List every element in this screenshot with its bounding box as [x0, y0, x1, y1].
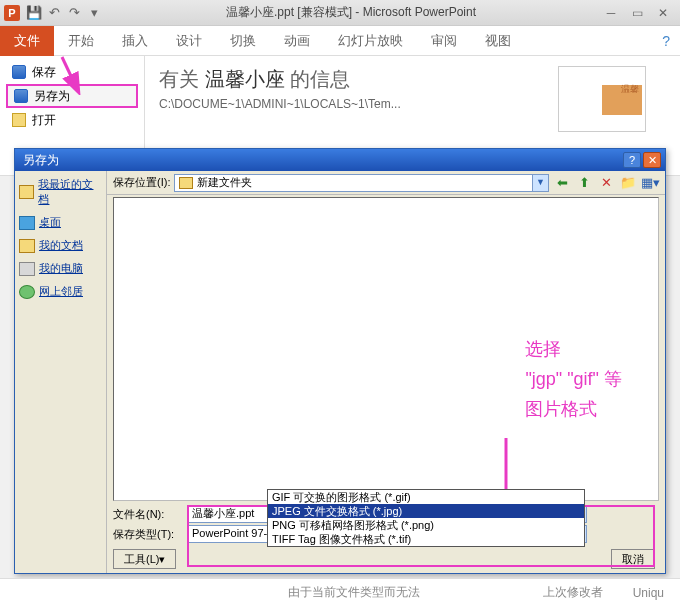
- info-path: C:\DOCUME~1\ADMINI~1\LOCALS~1\Tem...: [159, 97, 401, 111]
- info-heading: 有关 温馨小座 的信息: [159, 66, 401, 93]
- tab-transitions[interactable]: 切换: [216, 26, 270, 56]
- place-network[interactable]: 网上邻居: [15, 280, 106, 303]
- up-icon[interactable]: ⬆: [575, 174, 593, 192]
- backstage-open-label: 打开: [32, 112, 56, 129]
- tools-button[interactable]: 工具(L) ▾: [113, 549, 176, 569]
- desktop-icon: [19, 216, 35, 230]
- window-title: 温馨小座.ppt [兼容模式] - Microsoft PowerPoint: [104, 4, 598, 21]
- places-bar: 我最近的文档 桌面 我的文档 我的电脑 网上邻居: [15, 171, 107, 573]
- newfolder-icon[interactable]: 📁: [619, 174, 637, 192]
- file-list-area[interactable]: 选择 "jgp" "gif" 等 图片格式: [113, 197, 659, 501]
- footer-compat-text: 由于当前文件类型而无法: [16, 584, 543, 601]
- tab-view[interactable]: 视图: [471, 26, 525, 56]
- back-icon[interactable]: ⬅: [553, 174, 571, 192]
- filename-label: 文件名(N):: [113, 507, 181, 522]
- qat-redo-icon[interactable]: ↷: [66, 5, 82, 21]
- qat-undo-icon[interactable]: ↶: [46, 5, 62, 21]
- minimize-button[interactable]: ─: [600, 5, 622, 21]
- annotation-text: 选择 "jgp" "gif" 等 图片格式: [525, 334, 622, 424]
- views-icon[interactable]: ▦▾: [641, 174, 659, 192]
- qat-dropdown-icon[interactable]: ▾: [86, 5, 102, 21]
- delete-icon[interactable]: ✕: [597, 174, 615, 192]
- type-option-tiff[interactable]: TIFF Tag 图像文件格式 (*.tif): [268, 532, 584, 546]
- savein-value: 新建文件夹: [197, 175, 252, 190]
- tab-slideshow[interactable]: 幻灯片放映: [324, 26, 417, 56]
- backstage-saveas-label: 另存为: [34, 88, 70, 105]
- network-icon: [19, 285, 35, 299]
- maximize-button[interactable]: ▭: [626, 5, 648, 21]
- type-option-gif[interactable]: GIF 可交换的图形格式 (*.gif): [268, 490, 584, 504]
- backstage-open[interactable]: 打开: [6, 108, 138, 132]
- place-mycomputer[interactable]: 我的电脑: [15, 257, 106, 280]
- type-option-jpeg[interactable]: JPEG 文件交换格式 (*.jpg): [268, 504, 584, 518]
- place-desktop[interactable]: 桌面: [15, 211, 106, 234]
- savetype-label: 保存类型(T):: [113, 527, 181, 542]
- folder-icon: [179, 177, 193, 189]
- footer-lastmod-label: 上次修改者: [543, 584, 603, 601]
- tab-design[interactable]: 设计: [162, 26, 216, 56]
- saveas-icon: [14, 89, 28, 103]
- dialog-title: 另存为: [19, 152, 621, 169]
- close-button[interactable]: ✕: [652, 5, 674, 21]
- type-option-png[interactable]: PNG 可移植网络图形格式 (*.png): [268, 518, 584, 532]
- backstage-save[interactable]: 保存: [6, 60, 138, 84]
- tab-file[interactable]: 文件: [0, 26, 54, 56]
- mydocs-icon: [19, 239, 35, 253]
- help-icon[interactable]: ?: [662, 33, 670, 49]
- place-mydocs[interactable]: 我的文档: [15, 234, 106, 257]
- backstage-save-label: 保存: [32, 64, 56, 81]
- cancel-button[interactable]: 取消: [611, 549, 655, 569]
- savein-combo[interactable]: 新建文件夹 ▼: [174, 174, 549, 192]
- tab-review[interactable]: 审阅: [417, 26, 471, 56]
- qat-save-icon[interactable]: 💾: [26, 5, 42, 21]
- open-icon: [12, 113, 26, 127]
- savein-dropdown-icon[interactable]: ▼: [532, 175, 548, 191]
- savetype-dropdown-list: GIF 可交换的图形格式 (*.gif) JPEG 文件交换格式 (*.jpg)…: [267, 489, 585, 547]
- tab-insert[interactable]: 插入: [108, 26, 162, 56]
- savein-label: 保存位置(I):: [113, 175, 170, 190]
- app-icon: P: [4, 5, 20, 21]
- footer-lastmod-value: Uniqu: [633, 586, 664, 600]
- recent-icon: [19, 185, 34, 199]
- save-icon: [12, 65, 26, 79]
- mycomputer-icon: [19, 262, 35, 276]
- place-recent[interactable]: 我最近的文档: [15, 173, 106, 211]
- ribbon-tabs: 文件 开始 插入 设计 切换 动画 幻灯片放映 审阅 视图 ?: [0, 26, 680, 56]
- saveas-dialog: 另存为 ? ✕ 我最近的文档 桌面 我的文档 我的电脑 网上邻居 保存位置(I)…: [14, 148, 666, 574]
- dialog-close-button[interactable]: ✕: [643, 152, 661, 168]
- backstage-saveas[interactable]: 另存为: [6, 84, 138, 108]
- tab-animations[interactable]: 动画: [270, 26, 324, 56]
- slide-thumbnail[interactable]: [558, 66, 646, 132]
- dialog-help-button[interactable]: ?: [623, 152, 641, 168]
- tab-home[interactable]: 开始: [54, 26, 108, 56]
